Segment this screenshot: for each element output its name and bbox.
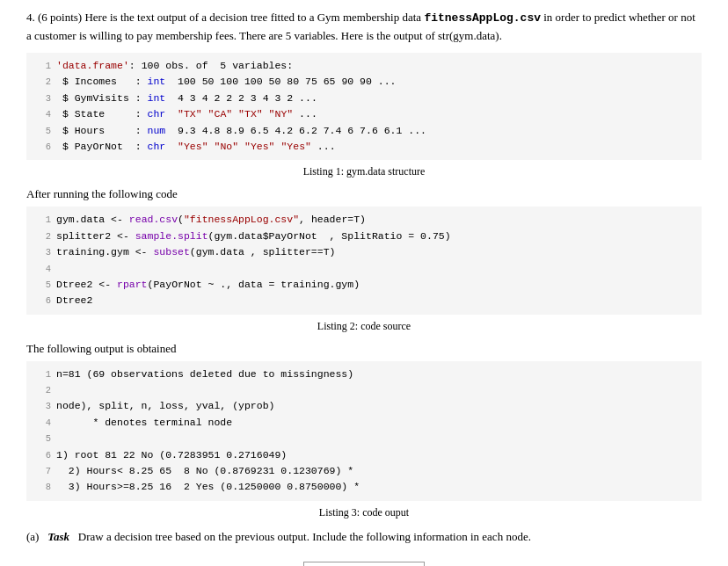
- listing2-block: 1 gym.data <- read.csv("fitnessAppLog.cs…: [26, 207, 702, 314]
- after-listing2-text: The following output is obtained: [26, 342, 702, 356]
- listing3-caption: Listing 3: code ouput: [26, 506, 702, 519]
- listing2-line4: 4: [35, 261, 693, 277]
- listing1-caption: Listing 1: gym.data structure: [26, 165, 702, 178]
- listing1-line3: 3 $ GymVisits : int 4 3 4 2 2 2 3 4 3 2 …: [35, 91, 693, 106]
- listing3-line2: 2: [35, 382, 693, 398]
- listing3-line8: 8 3) Hours>=8.25 16 2 Yes (0.1250000 0.8…: [35, 479, 693, 495]
- listing3-line5: 5: [35, 431, 693, 446]
- node-box: prediction outcome # of entries distribu…: [303, 562, 426, 566]
- after-listing1-text: After running the following code: [26, 187, 702, 201]
- question-number: 4.: [26, 11, 35, 24]
- listing2-caption: Listing 2: code source: [26, 320, 702, 333]
- listing1-line1: 1 'data.frame': 100 obs. of 5 variables:: [35, 58, 693, 74]
- listing2-line3: 3 training.gym <- subset(gym.data , spli…: [35, 244, 693, 260]
- listing3-line7: 7 2) Hours< 8.25 65 8 No (0.8769231 0.12…: [35, 463, 693, 479]
- listing1-line2: 2 $ Incomes : int 100 50 100 100 50 80 7…: [35, 74, 693, 90]
- listing2-line2: 2 splitter2 <- sample.split(gym.data$Pay…: [35, 229, 693, 244]
- listing2-line5: 5 Dtree2 <- rpart(PayOrNot ~ ., data = t…: [35, 277, 693, 293]
- task-a-text: Draw a decision tree based on the previo…: [78, 530, 531, 543]
- listing3-block: 1 n=81 (69 observations deleted due to m…: [26, 361, 702, 501]
- listing3-line3: 3 node), split, n, loss, yval, (yprob): [35, 398, 693, 414]
- listing1-block: 1 'data.frame': 100 obs. of 5 variables:…: [26, 53, 702, 160]
- listing1-line6: 6 $ PayOrNot : chr "Yes" "No" "Yes" "Yes…: [35, 139, 693, 155]
- question-header: 4. (6 points) Here is the text output of…: [26, 9, 702, 44]
- question-text1: Here is the text output of a decision tr…: [84, 11, 421, 24]
- listing2-line1: 1 gym.data <- read.csv("fitnessAppLog.cs…: [35, 212, 693, 228]
- question-points: (6 points): [38, 11, 82, 24]
- listing3-line6: 6 1) root 81 22 No (0.7283951 0.2716049): [35, 447, 693, 463]
- listing3-line1: 1 n=81 (69 observations deleted due to m…: [35, 366, 693, 382]
- task-word: Task: [47, 530, 69, 543]
- listing3-line4: 4 * denotes terminal node: [35, 415, 693, 431]
- task-a-area: (a) Task Draw a decision tree based on t…: [26, 530, 702, 544]
- node-box-wrapper: prediction outcome # of entries distribu…: [26, 553, 702, 566]
- question-filename: fitnessAppLog.csv: [424, 11, 541, 25]
- listing1-line5: 5 $ Hours : num 9.3 4.8 8.9 6.5 4.2 6.2 …: [35, 123, 693, 139]
- listing1-line4: 4 $ State : chr "TX" "CA" "TX" "NY" ...: [35, 106, 693, 122]
- task-a-label: (a): [26, 530, 39, 543]
- listing2-line6: 6 Dtree2: [35, 293, 693, 308]
